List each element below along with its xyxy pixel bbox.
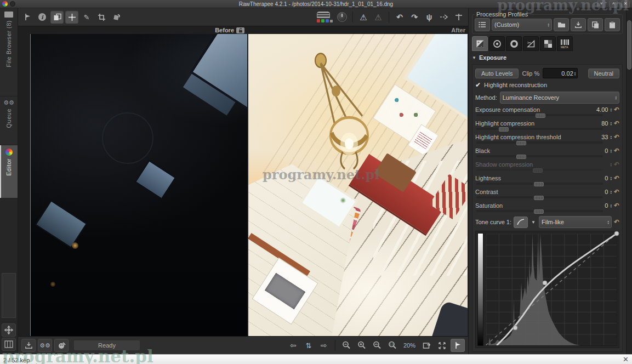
zoom-in-button[interactable] <box>355 339 368 351</box>
slider-track[interactable] <box>476 183 603 185</box>
spinner-icon[interactable]: ▴▾ <box>610 135 612 139</box>
slider-handle[interactable] <box>534 182 544 186</box>
prev-image-button[interactable]: ⇦ <box>287 339 300 351</box>
before-photo[interactable] <box>30 34 247 336</box>
profile-select[interactable]: (Custom) ▴▾ <box>492 19 552 31</box>
slider-track[interactable] <box>476 114 603 116</box>
copy-profile-button[interactable] <box>588 18 603 31</box>
curve-mode-select[interactable]: Film-like ▴▾ <box>539 216 612 228</box>
info-button[interactable]: i <box>36 10 49 24</box>
detach-window-button[interactable] <box>420 339 433 351</box>
reset-button[interactable]: ↶ <box>614 202 619 209</box>
batch-queue-button[interactable]: ⚙⚙ <box>38 339 52 352</box>
before-after-button[interactable] <box>50 10 64 24</box>
zoom-fit-button[interactable] <box>371 339 384 351</box>
slider-track[interactable] <box>476 196 603 198</box>
before-lock-button[interactable] <box>236 27 244 33</box>
method-select[interactable]: Luminance Recovery ▴▾ <box>500 92 619 104</box>
tab-color[interactable] <box>506 36 522 51</box>
slider-black: Black0▴▾↶ <box>475 147 619 158</box>
exposure-expander[interactable]: ▼ Exposure <box>472 53 623 62</box>
spinner-icon[interactable]: ▴▾ <box>610 176 612 180</box>
reset-button[interactable]: ↶ <box>614 134 619 140</box>
undo-button[interactable]: ↶ <box>393 10 406 24</box>
curve-point[interactable] <box>513 326 517 331</box>
highlight-reconstruction-checkbox[interactable]: ✔ Highlight reconstruction <box>475 81 619 89</box>
save-profile-button[interactable] <box>571 18 586 31</box>
snapshot-button[interactable]: ψ <box>423 10 436 24</box>
crop-button[interactable] <box>95 10 108 24</box>
next-image-button[interactable]: ⇨ <box>317 339 331 351</box>
tab-transform[interactable]: ✂ <box>523 36 539 51</box>
neutral-button[interactable]: Neutral <box>588 69 619 78</box>
curve-point[interactable] <box>614 231 619 236</box>
rotate-button[interactable] <box>110 10 123 24</box>
curve-control-points[interactable] <box>486 234 617 345</box>
reset-button[interactable]: ↶ <box>614 147 619 154</box>
split-view-button[interactable] <box>452 10 465 24</box>
shadow-clip-button[interactable]: ⚠ <box>372 10 385 24</box>
spinner-icon[interactable]: ▴▾ <box>610 121 612 126</box>
zoom-out-button[interactable] <box>340 339 353 351</box>
slider-handle[interactable] <box>499 127 509 132</box>
bundled-profiles-button[interactable] <box>475 18 490 31</box>
slider-handle[interactable] <box>516 141 526 145</box>
slider-track[interactable] <box>476 155 603 157</box>
slider-handle[interactable] <box>534 196 544 200</box>
white-balance-dial-button[interactable] <box>335 10 349 24</box>
slider-handle[interactable] <box>536 113 545 118</box>
close-button[interactable]: ✕ <box>621 1 630 8</box>
sidebar-tab-editor[interactable]: Editor <box>0 145 18 198</box>
spinner-icon[interactable]: ▴▾ <box>610 107 612 112</box>
tab-raw[interactable] <box>540 36 556 51</box>
pan-tool-button[interactable] <box>2 323 16 337</box>
clip-input[interactable]: 0.02 ▴▾ <box>543 68 578 78</box>
reset-button[interactable]: ↶ <box>614 106 619 113</box>
curve-type-button[interactable] <box>514 217 528 228</box>
sidebar-tab-file-browser[interactable]: File Browser (8) <box>0 8 18 96</box>
hand-tool-button[interactable] <box>21 10 34 24</box>
straighten-button[interactable]: ✎ <box>80 10 93 24</box>
after-photo[interactable]: programy.net.pl <box>248 34 468 336</box>
reset-button[interactable]: ↶ <box>614 175 619 181</box>
minimize-button[interactable]: ˅ <box>597 1 606 8</box>
scrollbar-thumb[interactable] <box>627 20 631 70</box>
curve-dropdown-arrow[interactable]: ▼ <box>530 220 537 225</box>
tab-detail[interactable] <box>489 36 505 51</box>
slider-track[interactable] <box>476 210 603 212</box>
load-profile-button[interactable] <box>554 18 569 31</box>
fullscreen-button[interactable] <box>435 339 448 351</box>
panel-scrollbar[interactable] <box>626 8 632 354</box>
slider-track[interactable] <box>476 141 603 144</box>
paste-profile-button[interactable] <box>605 18 620 31</box>
spinner-icon[interactable]: ▴▾ <box>610 190 612 194</box>
histogram-channels-toggle[interactable] <box>316 12 334 22</box>
split-view-toggle-button[interactable] <box>451 339 465 352</box>
swap-before-after-button[interactable]: ⇅ <box>302 339 315 351</box>
tab-exposure[interactable]: +- <box>472 36 488 51</box>
curve-grid[interactable] <box>485 233 617 346</box>
auto-levels-button[interactable]: Auto Levels <box>475 69 519 78</box>
highlight-clip-button[interactable]: ⚠ <box>357 10 370 24</box>
slider-track[interactable] <box>476 128 603 130</box>
filmstrip-toggle-button[interactable] <box>2 338 16 351</box>
slider-handle[interactable] <box>534 209 544 214</box>
zoom-100-button[interactable]: 1:1 <box>386 339 399 351</box>
reset-button[interactable]: ↶ <box>614 120 619 127</box>
reset-button[interactable]: ↶ <box>614 189 619 195</box>
spinner-icon[interactable]: ▴▾ <box>610 149 612 153</box>
palette-editor-button[interactable] <box>54 339 69 352</box>
send-to-queue-button[interactable] <box>437 10 451 24</box>
maximize-button[interactable]: ˄ <box>609 1 618 8</box>
sidebar-tab-queue[interactable]: ⚙⚙ Queue <box>0 96 18 145</box>
slider-handle[interactable] <box>516 155 526 159</box>
color-picker-button[interactable] <box>65 10 78 24</box>
spinner-icon[interactable]: ▴▾ <box>610 203 612 208</box>
curve-point[interactable] <box>542 280 547 285</box>
close-icon[interactable]: ✕ <box>623 355 629 363</box>
curve-reset-button[interactable]: ↶ <box>614 219 619 225</box>
redo-button[interactable]: ↷ <box>408 10 421 24</box>
tone-curve-editor[interactable] <box>475 231 619 348</box>
save-image-button[interactable] <box>21 339 36 352</box>
tab-metadata[interactable]: META <box>557 36 573 51</box>
